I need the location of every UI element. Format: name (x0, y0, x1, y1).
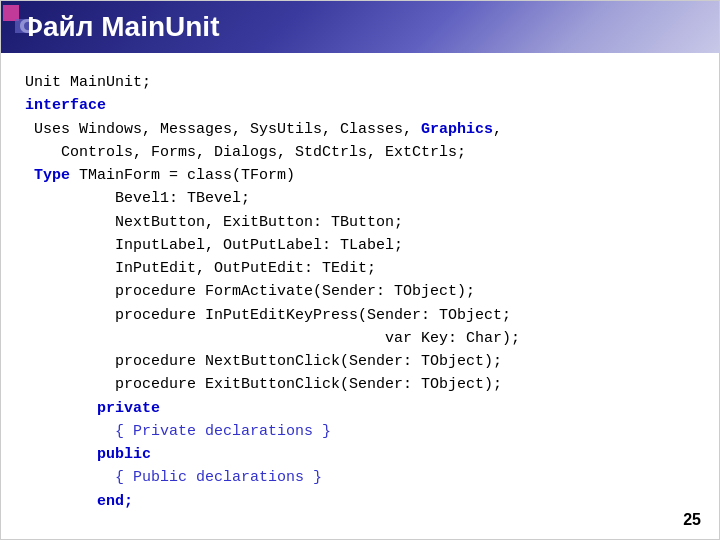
line-5: Type TMainForm = class(TForm) (25, 167, 295, 184)
end-keyword: end; (97, 493, 133, 510)
code-block: Unit MainUnit; interface Uses Windows, M… (25, 71, 695, 513)
line-1: Unit MainUnit; (25, 74, 151, 91)
line-19: end; (25, 493, 133, 510)
deco-square-2 (15, 19, 29, 33)
line-2-interface: interface (25, 97, 106, 114)
line-18: { Public declarations } (25, 469, 322, 486)
line-14: procedure ExitButtonClick(Sender: TObjec… (25, 376, 502, 393)
line-10: procedure FormActivate(Sender: TObject); (25, 283, 475, 300)
line-17: public (25, 446, 151, 463)
code-content: Unit MainUnit; interface Uses Windows, M… (1, 53, 719, 523)
line-4: Controls, Forms, Dialogs, StdCtrls, ExtC… (25, 144, 466, 161)
header-bar: Файл MainUnit (1, 1, 719, 53)
public-comment: { Public declarations } (115, 469, 322, 486)
line-11: procedure InPutEditKeyPress(Sender: TObj… (25, 307, 511, 324)
private-comment: { Private declarations } (115, 423, 331, 440)
line-13: procedure NextButtonClick(Sender: TObjec… (25, 353, 502, 370)
line-6: Bevel1: TBevel; (25, 190, 250, 207)
line-16: { Private declarations } (25, 423, 331, 440)
slide: Файл MainUnit Unit MainUnit; interface U… (0, 0, 720, 540)
page-number: 25 (683, 511, 701, 529)
type-keyword: Type (34, 167, 70, 184)
public-keyword: public (97, 446, 151, 463)
slide-title: Файл MainUnit (19, 11, 219, 43)
line-9: InPutEdit, OutPutEdit: TEdit; (25, 260, 376, 277)
line-3: Uses Windows, Messages, SysUtils, Classe… (25, 121, 502, 138)
line-7: NextButton, ExitButton: TButton; (25, 214, 403, 231)
decorative-squares (1, 1, 41, 53)
private-keyword: private (97, 400, 160, 417)
line-8: InputLabel, OutPutLabel: TLabel; (25, 237, 403, 254)
graphics-keyword: Graphics (421, 121, 493, 138)
line-12: var Key: Char); (25, 330, 520, 347)
line-15: private (25, 400, 160, 417)
